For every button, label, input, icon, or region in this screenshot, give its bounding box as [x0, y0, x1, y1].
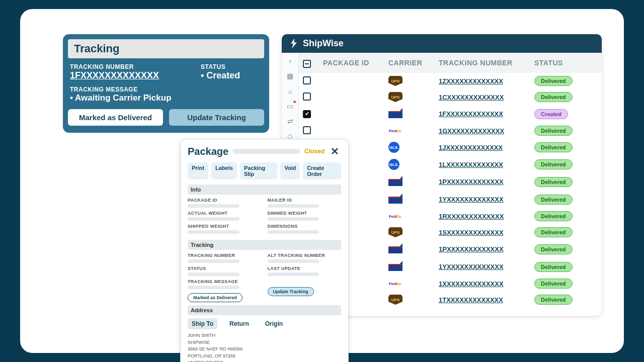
tracking-card-title: Tracking [68, 39, 264, 58]
status-badge: Delivered [534, 159, 573, 169]
ups-icon: UPS [388, 92, 403, 102]
tracking-message-value: Awaiting Carrier Pickup [70, 93, 262, 103]
skeleton-line [268, 217, 319, 221]
table-row[interactable]: UPS1ZXXXXXXXXXXXXXDelivered [299, 73, 602, 89]
skeleton-line [268, 273, 319, 276]
tracking-message-label: TRACKING MESSAGE [70, 86, 262, 93]
tab-return[interactable]: Return [225, 318, 253, 329]
ups-icon: UPS [388, 76, 403, 86]
usps-icon [388, 243, 403, 253]
update-tracking-button[interactable]: Update Tracking [169, 109, 264, 126]
gls-icon: GLS. [388, 159, 399, 170]
tracking-status-value: Created [201, 70, 262, 81]
label-status: STATUS [188, 266, 262, 271]
tracking-number-link[interactable]: 1LXXXXXXXXXXXXX [439, 161, 534, 168]
ups-icon: UPS [388, 227, 403, 237]
label-dimensions: DIMENSIONS [268, 224, 342, 229]
label-mailer-id: MAILER ID [268, 198, 342, 203]
labels-button[interactable]: Labels [211, 162, 237, 179]
package-modal-title: Package [188, 146, 228, 157]
table-row[interactable]: 1FXXXXXXXXXXXXXCreated [299, 105, 602, 123]
label-shipped-weight: SHIPPED WEIGHT [188, 224, 262, 229]
fedex-icon: FedEx. [388, 211, 403, 221]
tracking-number-link[interactable]: 1YXXXXXXXXXXXXX [439, 263, 534, 270]
status-badge: Delivered [534, 227, 573, 237]
row-checkbox[interactable] [303, 93, 311, 101]
row-checkbox[interactable] [303, 76, 311, 84]
label-tracking-number: TRACKING NUMBER [188, 253, 262, 258]
void-button[interactable]: Void [280, 162, 300, 179]
col-carrier[interactable]: CARRIER [388, 59, 439, 67]
tracking-status-label: STATUS [201, 63, 262, 70]
label-tracking-message: TRACKING MESSAGE [188, 279, 262, 284]
share-icon[interactable]: ⇄ [286, 117, 294, 125]
row-checkbox[interactable] [303, 126, 311, 134]
create-order-button[interactable]: Create Order [303, 162, 341, 179]
status-badge: Delivered [534, 195, 573, 205]
tracking-number-value[interactable]: 1FXXXXXXXXXXXXX [70, 70, 197, 81]
close-icon[interactable]: ✕ [329, 145, 341, 157]
ups-icon: UPS [388, 295, 403, 305]
packing-slip-button[interactable]: Packing Slip [240, 162, 277, 179]
column-headers: PACKAGE ID CARRIER TRACKING NUMBER STATU… [299, 53, 602, 73]
fedex-icon: FedEx. [388, 126, 403, 136]
marked-as-delivered-button[interactable]: Marked as Delivered [68, 109, 163, 126]
section-info: Info [188, 185, 341, 195]
skeleton-line [188, 286, 239, 289]
col-tracking-number[interactable]: TRACKING NUMBER [439, 59, 534, 67]
status-badge: Delivered [534, 244, 573, 254]
usps-icon [388, 176, 403, 186]
row-checkbox[interactable] [303, 110, 311, 118]
status-badge: Delivered [534, 76, 573, 86]
status-badge: Delivered [534, 295, 573, 305]
col-status[interactable]: STATUS [534, 59, 595, 67]
address-name: JOHN SMITH [188, 332, 341, 339]
brand-name: ShipWise [303, 38, 344, 49]
tracking-number-label: TRACKING NUMBER [70, 63, 197, 70]
skeleton-line [188, 273, 239, 276]
label-last-update: LAST UPDATE [268, 266, 342, 271]
skeleton-line [268, 259, 319, 263]
section-address: Address [188, 305, 341, 315]
tracking-number-link[interactable]: 1GXXXXXXXXXXXXX [439, 127, 534, 135]
skeleton-line [268, 230, 319, 234]
tracking-number-link[interactable]: 1YXXXXXXXXXXXXX [439, 196, 534, 203]
tracking-number-link[interactable]: 1FXXXXXXXXXXXXX [439, 110, 534, 118]
package-status-closed: Closed [304, 148, 325, 155]
tracking-number-link[interactable]: 1RXXXXXXXXXXXXX [439, 213, 534, 220]
address-city: PORTLAND, OR 97268 [188, 353, 341, 360]
tracking-number-link[interactable]: 1JXXXXXXXXXXXXX [439, 144, 534, 151]
calendar-icon[interactable]: ▭ [286, 102, 294, 110]
select-all-checkbox[interactable] [303, 60, 311, 68]
bolt-icon [289, 39, 299, 49]
app-canvas: Tracking TRACKING NUMBER 1FXXXXXXXXXXXXX… [20, 9, 624, 353]
col-package-id[interactable]: PACKAGE ID [323, 59, 388, 67]
package-modal: Package Closed ✕ Print Labels Packing Sl… [180, 139, 349, 362]
tab-origin[interactable]: Origin [261, 318, 287, 329]
table-row[interactable]: UPS1CXXXXXXXXXXXXXDelivered [299, 89, 602, 105]
status-badge: Delivered [534, 126, 573, 136]
label-package-id: PACKAGE ID [188, 198, 262, 203]
tracking-number-link[interactable]: 1XXXXXXXXXXXXXX [439, 280, 534, 288]
table-row[interactable]: FedEx.1GXXXXXXXXXXXXXDelivered [299, 123, 602, 139]
marked-as-delivered-button[interactable]: Marked as Delivered [188, 293, 243, 302]
tracking-number-link[interactable]: 1PXXXXXXXXXXXXX [439, 245, 534, 253]
status-badge: Delivered [534, 177, 573, 187]
skeleton-line [188, 217, 239, 221]
status-badge: Created [534, 109, 568, 119]
tracking-number-link[interactable]: 1SXXXXXXXXXXXXX [439, 229, 534, 236]
update-tracking-button[interactable]: Update Tracking [268, 287, 314, 296]
tracking-number-link[interactable]: 1TXXXXXXXXXXXXX [439, 296, 534, 304]
tracking-number-link[interactable]: 1PXXXXXXXXXXXXX [439, 178, 534, 186]
tracking-number-link[interactable]: 1CXXXXXXXXXXXXX [439, 94, 534, 101]
tab-ship-to[interactable]: Ship To [188, 318, 217, 329]
status-badge: Delivered [534, 92, 573, 102]
search-icon[interactable]: ⌕ [286, 87, 294, 95]
skeleton-line [188, 230, 239, 234]
address-block: JOHN SMITH SHIPWISE 3869 SE NAEF RD #683… [188, 332, 341, 362]
chevron-right-icon[interactable]: › [286, 57, 294, 65]
grid-icon[interactable]: ▦ [286, 72, 294, 80]
print-button[interactable]: Print [188, 162, 208, 179]
tracking-number-link[interactable]: 1ZXXXXXXXXXXXXX [439, 77, 534, 85]
status-badge: Delivered [534, 142, 573, 152]
